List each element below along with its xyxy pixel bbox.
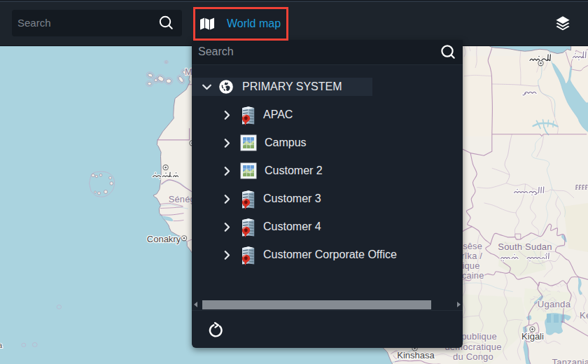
svg-text:ique: ique (463, 260, 480, 271)
svg-text:Kigali: Kigali (522, 331, 544, 342)
svg-text:icaine: icaine (460, 270, 484, 281)
svg-text:Kenya: Kenya (580, 310, 588, 321)
svg-text:Kinshasa: Kinshasa (397, 350, 435, 360)
svg-text:South Sudan: South Sudan (498, 241, 552, 252)
svg-text:Uganda: Uganda (538, 299, 571, 309)
svg-text:Tanzania: Tanzania (552, 357, 588, 364)
svg-text:du Congo: du Congo (453, 351, 493, 362)
svg-text:Conakry: Conakry (147, 234, 181, 244)
